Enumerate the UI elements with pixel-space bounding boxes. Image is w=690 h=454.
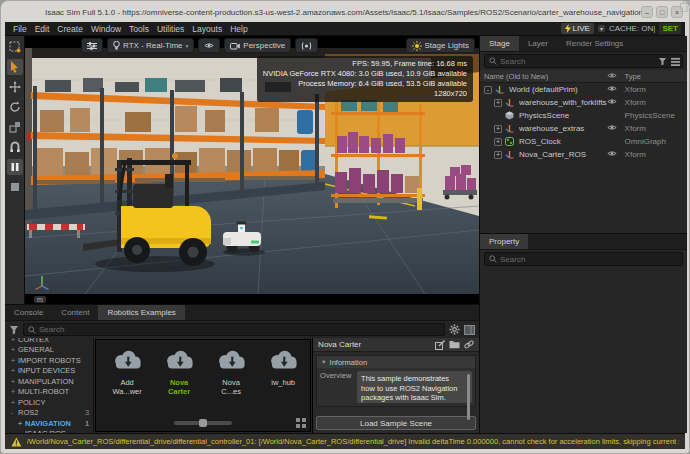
category-manipulation[interactable]: +MANIPULATION <box>5 376 93 387</box>
menu-create[interactable]: Create <box>53 24 87 34</box>
cursor-tool[interactable] <box>7 59 23 75</box>
tab-property[interactable]: Property <box>480 234 528 249</box>
category-import-robots[interactable]: +IMPORT ROBOTS <box>5 355 93 366</box>
property-search-input[interactable] <box>500 255 678 264</box>
property-search[interactable] <box>484 252 683 266</box>
expander-icon[interactable]: - <box>484 86 492 94</box>
edit-icon[interactable] <box>435 340 445 350</box>
eye-icon <box>607 124 617 131</box>
viewport[interactable]: RTX - Real-Time ▾ Perspective <box>25 36 479 304</box>
filter-icon[interactable] <box>9 325 19 335</box>
pause-button[interactable] <box>7 159 23 175</box>
expander-icon[interactable]: + <box>494 125 502 133</box>
expander-icon[interactable]: + <box>494 138 502 146</box>
thumbnail-size-slider[interactable] <box>96 418 310 428</box>
bottom-toolbar <box>5 321 479 338</box>
menu-utilities[interactable]: Utilities <box>153 24 188 34</box>
stage-row-warehouse-with-forklifts[interactable]: + warehouse_with_forklifts Xform <box>480 96 687 109</box>
scale-tool[interactable] <box>7 119 23 135</box>
visibility-toggle[interactable] <box>607 85 625 94</box>
examples-search-input[interactable] <box>39 325 440 334</box>
menu-window[interactable]: Window <box>87 24 125 34</box>
category-ros2[interactable]: -ROS23 <box>5 408 93 419</box>
stage-row-ros-clock[interactable]: + ROS_Clock OmniGraph <box>480 135 687 148</box>
category-general[interactable]: +GENERAL <box>5 345 93 356</box>
category-navigation[interactable]: +NAVIGATION1 <box>5 418 93 429</box>
menu-tools[interactable]: Tools <box>125 24 153 34</box>
slider-handle[interactable] <box>199 419 207 427</box>
title-bar[interactable]: Isaac Sim Full 5.1.0 - https://omniverse… <box>5 3 685 22</box>
stage-row-warehouse-extras[interactable]: + warehouse_extras Xform <box>480 122 687 135</box>
xform-icon <box>505 124 516 133</box>
minimize-button[interactable]: – <box>641 6 653 18</box>
folder-icon[interactable] <box>449 340 460 349</box>
renderer-selector[interactable]: RTX - Real-Time ▾ <box>107 38 194 53</box>
menu-file[interactable]: File <box>9 24 31 34</box>
live-sync-button[interactable]: LIVE <box>561 23 594 34</box>
type-column-header[interactable]: Type <box>625 72 683 81</box>
snap-tool[interactable] <box>7 139 23 155</box>
omnigraph-icon <box>505 137 516 146</box>
eye-icon <box>607 98 617 105</box>
expander-icon: + <box>11 388 18 395</box>
prim-name: Nova_Carter_ROS <box>519 150 607 159</box>
filter-icon[interactable] <box>658 57 667 66</box>
xform-icon <box>505 150 516 159</box>
stage-row-world[interactable]: - World (defaultPrim) Xform <box>480 83 687 96</box>
search-icon <box>489 57 497 65</box>
status-bar: /World/Nova_Carter_ROS/differential_driv… <box>5 433 685 449</box>
information-header[interactable]: ▼ Information <box>317 356 475 368</box>
translate-tool[interactable] <box>7 79 23 95</box>
viewport-settings-button[interactable] <box>81 38 103 53</box>
cloud-download-icon <box>214 348 248 372</box>
slider-track[interactable] <box>174 421 232 425</box>
select-tool[interactable] <box>7 39 23 55</box>
expander-icon[interactable]: + <box>494 151 502 159</box>
stage-row-nova-carter-ros[interactable]: + Nova_Carter_ROS Xform <box>480 148 687 161</box>
grid-view-icon[interactable] <box>296 418 306 428</box>
status-message[interactable]: /World/Nova_Carter_ROS/differential_driv… <box>27 437 679 446</box>
tab-stage[interactable]: Stage <box>480 36 519 51</box>
load-sample-scene-button[interactable]: Load Sample Scene <box>316 416 476 430</box>
stage-lights-button[interactable]: Stage Lights <box>406 38 475 53</box>
gear-icon[interactable] <box>449 324 460 335</box>
visibility-toggle[interactable] <box>607 150 625 159</box>
camera-icon <box>230 42 240 50</box>
menu-edit[interactable]: Edit <box>31 24 54 34</box>
tab-robotics-examples[interactable]: Robotics Examples <box>98 305 184 320</box>
options-icon[interactable] <box>671 57 680 66</box>
cache-set-button[interactable]: SET <box>659 23 681 34</box>
copy-icon[interactable] <box>680 1 690 12</box>
tab-console[interactable]: Console <box>5 305 52 320</box>
category-input-devices[interactable]: +INPUT DEVICES <box>5 366 93 377</box>
overview-scrollbar[interactable] <box>467 374 470 420</box>
visibility-toggle[interactable] <box>607 124 625 133</box>
tab-layer[interactable]: Layer <box>519 36 557 51</box>
menu-help[interactable]: Help <box>226 24 251 34</box>
category-policy[interactable]: +POLICY <box>5 397 93 408</box>
expander-icon: + <box>11 346 18 353</box>
stop-button[interactable] <box>7 179 23 195</box>
rotate-tool[interactable] <box>7 99 23 115</box>
prim-name: PhysicsScene <box>519 111 607 120</box>
expander-icon[interactable]: + <box>494 99 502 107</box>
capture-button[interactable] <box>295 38 318 53</box>
menu-layouts[interactable]: Layouts <box>188 24 226 34</box>
stage-search[interactable] <box>484 54 683 68</box>
visibility-toggle[interactable] <box>607 98 625 107</box>
tab-render-settings[interactable]: Render Settings <box>557 36 632 51</box>
name-column-header[interactable]: Name (Old to New) <box>484 72 607 81</box>
axis-gizmo[interactable] <box>33 273 51 291</box>
link-icon[interactable] <box>464 340 474 349</box>
prim-type: Xform <box>625 85 683 94</box>
live-dropdown-button[interactable]: ▾ <box>598 25 605 32</box>
maximize-button[interactable]: □ <box>656 6 668 18</box>
tab-content[interactable]: Content <box>52 305 98 320</box>
stage-search-input[interactable] <box>500 57 678 66</box>
stage-row-physicsscene[interactable]: PhysicsScene PhysicsScene <box>480 109 687 122</box>
visibility-button[interactable] <box>198 38 220 53</box>
camera-selector[interactable]: Perspective <box>224 38 291 53</box>
examples-search[interactable] <box>23 323 445 336</box>
panel-layout-icon[interactable] <box>464 325 475 335</box>
category-multi-robot[interactable]: +MULTI-ROBOT <box>5 387 93 398</box>
